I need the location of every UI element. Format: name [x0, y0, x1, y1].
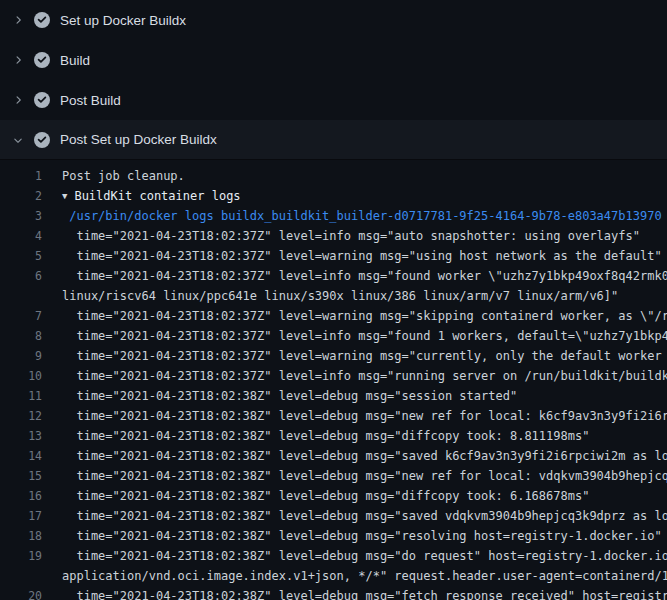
section-header-post-build[interactable]: Post Build — [0, 80, 667, 120]
line-number[interactable]: 14 — [0, 446, 52, 466]
actions-log-viewer: { "colors": { "background": "#0d1117", "… — [0, 0, 667, 600]
section-header-post-set-up-docker-buildx[interactable]: Post Set up Docker Buildx — [0, 120, 667, 160]
line-number[interactable]: 8 — [0, 326, 52, 346]
log-text: time="2021-04-23T18:02:38Z" level=debug … — [52, 386, 667, 406]
log-text: linux/riscv64 linux/ppc641e linux/s390x … — [52, 286, 667, 306]
line-number[interactable]: 12 — [0, 406, 52, 426]
section-label: Set up Docker Buildx — [60, 13, 186, 28]
log-line[interactable]: 16 time="2021-04-23T18:02:38Z" level=deb… — [0, 486, 667, 506]
log-text: time="2021-04-23T18:02:38Z" level=debug … — [52, 486, 667, 506]
log-line[interactable]: 8 time="2021-04-23T18:02:37Z" level=info… — [0, 326, 667, 346]
log-text: time="2021-04-23T18:02:38Z" level=debug … — [52, 426, 667, 446]
section-label: Build — [60, 53, 90, 68]
log-line[interactable]: 9 time="2021-04-23T18:02:37Z" level=warn… — [0, 346, 667, 366]
section-header-set-up-docker-buildx[interactable]: Set up Docker Buildx — [0, 0, 667, 40]
log-text: time="2021-04-23T18:02:38Z" level=debug … — [52, 446, 667, 466]
log-line[interactable]: 6 time="2021-04-23T18:02:37Z" level=info… — [0, 266, 667, 286]
log-text: /usr/bin/docker logs buildx_buildkit_bui… — [52, 206, 667, 226]
check-circle-icon — [34, 52, 50, 68]
log-text: time="2021-04-23T18:02:37Z" level=info m… — [52, 226, 667, 246]
line-number[interactable]: 11 — [0, 386, 52, 406]
log-line[interactable]: 19 time="2021-04-23T18:02:38Z" level=deb… — [0, 546, 667, 566]
log-line[interactable]: 5 time="2021-04-23T18:02:37Z" level=warn… — [0, 246, 667, 266]
log-area: 1Post job cleanup.2▼BuildKit container l… — [0, 160, 667, 600]
log-text: time="2021-04-23T18:02:38Z" level=debug … — [52, 406, 667, 426]
section-header-build[interactable]: Build — [0, 40, 667, 80]
check-circle-icon — [34, 12, 50, 28]
log-line-continuation: linux/riscv64 linux/ppc641e linux/s390x … — [0, 286, 667, 306]
line-number[interactable]: 6 — [0, 266, 52, 286]
log-text: time="2021-04-23T18:02:37Z" level=info m… — [52, 366, 667, 386]
line-number-empty — [0, 566, 52, 586]
line-number[interactable]: 9 — [0, 346, 52, 366]
log-text: time="2021-04-23T18:02:37Z" level=warnin… — [52, 246, 667, 266]
log-line[interactable]: 12 time="2021-04-23T18:02:38Z" level=deb… — [0, 406, 667, 426]
log-text: time="2021-04-23T18:02:38Z" level=debug … — [52, 506, 667, 526]
section-label: Post Build — [60, 93, 121, 108]
line-number[interactable]: 15 — [0, 466, 52, 486]
log-line[interactable]: 11 time="2021-04-23T18:02:38Z" level=deb… — [0, 386, 667, 406]
log-text: application/vnd.oci.image.index.v1+json,… — [52, 566, 667, 586]
chevron-right-icon[interactable] — [12, 54, 24, 66]
log-text: ▼BuildKit container logs — [52, 186, 667, 206]
chevron-down-icon[interactable] — [12, 134, 24, 146]
step-list: Set up Docker Buildx Build Post Build Po… — [0, 0, 667, 160]
check-circle-icon — [34, 92, 50, 108]
line-number[interactable]: 1 — [0, 166, 52, 186]
log-line[interactable]: 7 time="2021-04-23T18:02:37Z" level=warn… — [0, 306, 667, 326]
log-text: time="2021-04-23T18:02:37Z" level=warnin… — [52, 346, 667, 366]
log-line[interactable]: 10 time="2021-04-23T18:02:37Z" level=inf… — [0, 366, 667, 386]
log-line[interactable]: 4 time="2021-04-23T18:02:37Z" level=info… — [0, 226, 667, 246]
log-text: time="2021-04-23T18:02:37Z" level=info m… — [52, 266, 667, 286]
log-line[interactable]: 15 time="2021-04-23T18:02:38Z" level=deb… — [0, 466, 667, 486]
line-number[interactable]: 3 — [0, 206, 52, 226]
log-text: time="2021-04-23T18:02:37Z" level=warnin… — [52, 306, 667, 326]
line-number[interactable]: 19 — [0, 546, 52, 566]
line-number[interactable]: 5 — [0, 246, 52, 266]
line-number[interactable]: 4 — [0, 226, 52, 246]
line-number[interactable]: 20 — [0, 586, 52, 600]
log-line[interactable]: 3 /usr/bin/docker logs buildx_buildkit_b… — [0, 206, 667, 226]
line-number-empty — [0, 286, 52, 306]
log-line[interactable]: 17 time="2021-04-23T18:02:38Z" level=deb… — [0, 506, 667, 526]
chevron-right-icon[interactable] — [12, 14, 24, 26]
log-line[interactable]: 18 time="2021-04-23T18:02:38Z" level=deb… — [0, 526, 667, 546]
line-number[interactable]: 13 — [0, 426, 52, 446]
chevron-right-icon[interactable] — [12, 94, 24, 106]
log-text: time="2021-04-23T18:02:37Z" level=info m… — [52, 326, 667, 346]
log-text: time="2021-04-23T18:02:38Z" level=debug … — [52, 526, 667, 546]
line-number[interactable]: 2 — [0, 186, 52, 206]
log-line[interactable]: 1Post job cleanup. — [0, 166, 667, 186]
triangle-down-icon[interactable]: ▼ — [62, 191, 67, 201]
line-number[interactable]: 17 — [0, 506, 52, 526]
line-number[interactable]: 16 — [0, 486, 52, 506]
line-number[interactable]: 7 — [0, 306, 52, 326]
line-number[interactable]: 10 — [0, 366, 52, 386]
check-circle-icon — [34, 132, 50, 148]
section-label: Post Set up Docker Buildx — [60, 132, 217, 147]
log-text: time="2021-04-23T18:02:38Z" level=debug … — [52, 546, 667, 566]
log-text: time="2021-04-23T18:02:38Z" level=debug … — [52, 466, 667, 486]
log-line-continuation: application/vnd.oci.image.index.v1+json,… — [0, 566, 667, 586]
log-line[interactable]: 20 time="2021-04-23T18:02:38Z" level=deb… — [0, 586, 667, 600]
log-text: Post job cleanup. — [52, 166, 667, 186]
log-line[interactable]: 13 time="2021-04-23T18:02:38Z" level=deb… — [0, 426, 667, 446]
log-text: time="2021-04-23T18:02:38Z" level=debug … — [52, 586, 667, 600]
log-line[interactable]: 14 time="2021-04-23T18:02:38Z" level=deb… — [0, 446, 667, 466]
log-line[interactable]: 2▼BuildKit container logs — [0, 186, 667, 206]
line-number[interactable]: 18 — [0, 526, 52, 546]
